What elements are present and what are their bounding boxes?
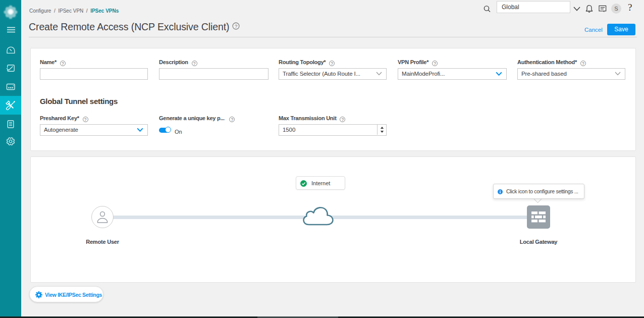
svg-text:?: ? bbox=[235, 23, 237, 29]
